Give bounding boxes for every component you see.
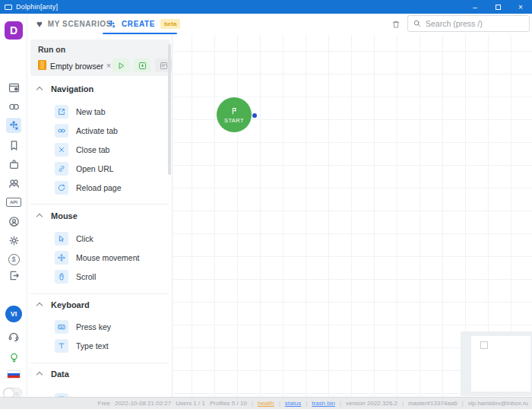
create-automation-icon xyxy=(106,19,116,29)
dollar-icon: $ xyxy=(8,254,20,265)
chevron-up-icon xyxy=(36,372,43,378)
section-navigation[interactable]: Navigation xyxy=(27,80,172,98)
open-url-icon xyxy=(55,162,68,176)
action-item-new-tab[interactable]: New tab xyxy=(27,103,172,121)
save-scenario-button[interactable] xyxy=(134,59,150,72)
user-avatar[interactable]: VI xyxy=(5,306,22,322)
start-node-output-port[interactable] xyxy=(252,113,257,118)
sidebar-item-ideas[interactable] xyxy=(6,350,21,365)
sidebar-item-api[interactable]: API xyxy=(6,195,21,210)
action-item-click[interactable]: Click xyxy=(27,230,172,248)
tab-my-scenarios[interactable]: ♥ MY SCENARIOS xyxy=(36,14,112,33)
status-link[interactable]: status xyxy=(285,400,301,407)
search-input[interactable] xyxy=(426,19,524,28)
scenario-canvas[interactable]: START xyxy=(173,35,532,397)
cursor-click-icon xyxy=(55,232,68,246)
language-flag-ru[interactable] xyxy=(7,370,21,379)
action-item-reload-page[interactable]: Reload page xyxy=(27,179,172,197)
separator: | xyxy=(306,400,307,407)
api-icon: API xyxy=(6,198,21,207)
sidebar-item-automation[interactable] xyxy=(6,118,21,133)
search-box[interactable] xyxy=(407,15,530,32)
version-label: version 2022.326.2 xyxy=(346,400,397,407)
sidebar-item-logout[interactable] xyxy=(6,268,21,283)
chevron-up-icon xyxy=(36,87,43,93)
search-icon xyxy=(413,19,422,28)
action-item-label: Activate tab xyxy=(76,126,118,135)
build-label: master#13374aa6 xyxy=(408,400,458,407)
sidebar-item-bookmarks[interactable] xyxy=(6,138,21,153)
sidebar-item-support[interactable] xyxy=(6,328,21,344)
close-button[interactable]: × xyxy=(509,0,532,14)
sidebar-item-billing[interactable]: $ xyxy=(6,252,21,267)
section-title: Mouse xyxy=(51,211,78,220)
dolphin-logo[interactable]: D xyxy=(5,21,23,40)
minimap[interactable] xyxy=(461,331,532,396)
type-text-icon xyxy=(55,339,68,353)
run-on-label: Run on xyxy=(38,45,65,54)
sidebar-item-extensions[interactable] xyxy=(6,157,21,172)
sidebar-item-proxy[interactable] xyxy=(6,99,21,114)
action-item-clipped[interactable] xyxy=(27,391,172,397)
sidebar-item-users[interactable] xyxy=(6,176,21,191)
minimize-button[interactable]: – xyxy=(464,0,486,14)
bot-icon xyxy=(8,215,21,228)
action-item-label: Open URL xyxy=(76,164,114,173)
users-count: Users 1 / 1 xyxy=(176,400,205,407)
action-item-activate-tab[interactable]: Activate tab xyxy=(27,122,172,140)
trash-bin-link[interactable]: trash bin xyxy=(312,400,335,407)
separator: | xyxy=(340,400,341,407)
separator: | xyxy=(402,400,404,407)
action-item-label: Reload page xyxy=(76,183,122,192)
separator: | xyxy=(279,400,280,407)
mouse-scroll-icon xyxy=(55,270,68,284)
sidebar-item-profiles[interactable] xyxy=(6,80,21,95)
keyboard-icon xyxy=(55,320,68,334)
close-tab-icon xyxy=(55,143,68,157)
sidebar-item-bot[interactable] xyxy=(6,214,21,229)
activate-tab-icon xyxy=(55,124,68,138)
logout-icon xyxy=(8,269,21,282)
action-item-label: Click xyxy=(76,234,93,243)
beta-badge: beta xyxy=(160,19,180,29)
section-title: Navigation xyxy=(51,84,93,94)
browser-profile-icon xyxy=(38,60,46,70)
section-divider xyxy=(30,204,169,204)
action-item-open-url[interactable]: Open URL xyxy=(27,160,172,178)
section-title: Keyboard xyxy=(51,300,90,309)
maximize-button[interactable] xyxy=(486,0,509,14)
flag-stripe xyxy=(8,376,20,378)
run-scenario-button[interactable] xyxy=(112,59,129,72)
section-divider xyxy=(30,293,169,294)
play-icon xyxy=(116,61,126,71)
section-mouse[interactable]: Mouse xyxy=(27,207,172,225)
section-keyboard[interactable]: Keyboard xyxy=(27,296,172,314)
health-link[interactable]: health xyxy=(258,400,274,407)
main-area: ♥ MY SCENARIOS CREATE beta xyxy=(27,14,532,397)
action-item-scroll[interactable]: Scroll xyxy=(27,268,172,286)
action-item-press-key[interactable]: Press key xyxy=(27,318,172,336)
active-tab-underline xyxy=(103,33,177,34)
run-on-profile[interactable]: Empty browser xyxy=(50,62,103,71)
panel-scrollbar[interactable] xyxy=(168,44,171,175)
chevron-up-icon xyxy=(36,214,43,220)
actions-panel: Run on Empty browser × Navigation xyxy=(27,35,173,397)
heart-icon: ♥ xyxy=(36,19,43,29)
bookmark-icon xyxy=(8,139,21,152)
timestamp: 2022-10-08 21:02:27 xyxy=(115,400,171,407)
section-data[interactable]: Data xyxy=(27,365,172,383)
support-email: vip.hamidov@inbox.ru xyxy=(468,400,528,407)
minimap-node-marker xyxy=(480,341,488,349)
headset-icon xyxy=(7,329,21,343)
delete-scenario-button[interactable] xyxy=(389,17,403,31)
start-node[interactable]: START xyxy=(217,97,252,132)
profiles-count: Profiles 5 / 10 xyxy=(210,400,247,407)
log-list-icon xyxy=(159,61,169,71)
tab-label: MY SCENARIOS xyxy=(48,20,112,28)
tab-create[interactable]: CREATE beta xyxy=(106,14,180,33)
action-item-type-text[interactable]: Type text xyxy=(27,337,172,355)
action-item-mouse-movement[interactable]: Mouse movement xyxy=(27,249,172,267)
action-item-close-tab[interactable]: Close tab xyxy=(27,141,172,159)
sidebar-item-settings[interactable] xyxy=(6,233,21,248)
start-node-label: START xyxy=(224,117,244,124)
